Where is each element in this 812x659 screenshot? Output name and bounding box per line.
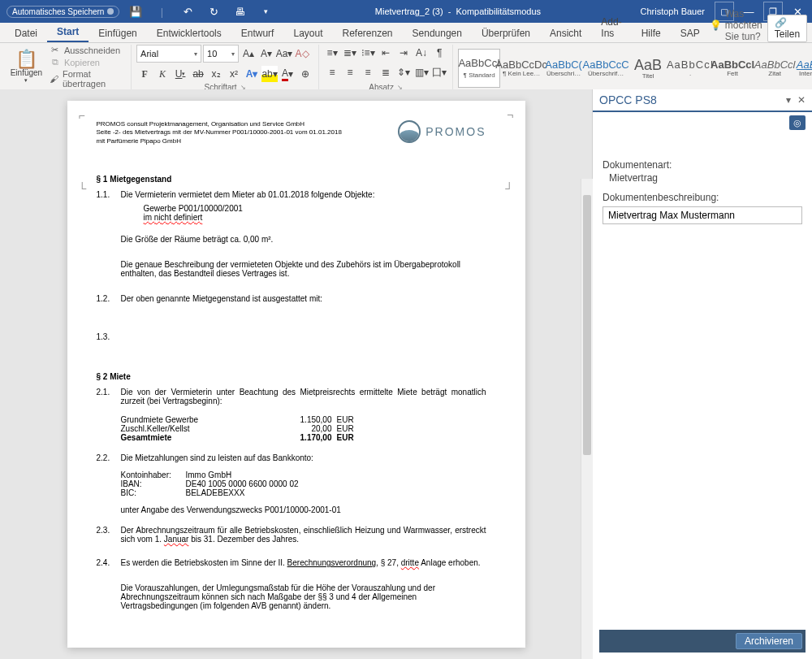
strikethrough-icon[interactable]: ab	[190, 66, 206, 82]
clear-formatting-icon[interactable]: A◇	[294, 46, 310, 62]
style-noblank[interactable]: AaBbCcDc¶ Kein Lee…	[500, 49, 542, 88]
shading-icon[interactable]: ▥▾	[413, 64, 430, 80]
clipboard-icon: 📋	[15, 50, 37, 68]
ribbon-tabs: Datei Start Einfügen Entwicklertools Ent…	[0, 23, 812, 43]
opcc-sidepane: OPCC PS8 ▾✕ ◎ Dokumentenart: Mietvertrag…	[592, 89, 812, 659]
style-dot[interactable]: AaBbCcI.	[669, 49, 711, 88]
tab-start[interactable]: Start	[47, 23, 89, 42]
tab-hilfe[interactable]: Hilfe	[632, 24, 671, 42]
group-paragraph: ≡▾ ≣▾ ⁝≡▾ ⇤ ⇥ A↓ ¶ ≡ ≡ ≡ ≣ ⇕▾ ▥▾ 囗▾ Absa…	[319, 45, 453, 92]
multilevel-list-icon[interactable]: ⁝≡▾	[360, 45, 376, 61]
bullets-icon[interactable]: ≡▾	[324, 45, 340, 61]
document-area[interactable]: ⌐ ¬ └ ┘ PROMOS consult Projektmanagement…	[0, 89, 592, 659]
borders-icon[interactable]: 囗▾	[431, 64, 447, 80]
align-center-icon[interactable]: ≡	[342, 64, 358, 80]
tab-datei[interactable]: Datei	[5, 24, 47, 42]
sidepane-badge-icon[interactable]: ◎	[789, 115, 806, 130]
dokart-label: Dokumentenart:	[603, 159, 802, 171]
user-name[interactable]: Christoph Bauer	[641, 7, 710, 16]
cut-button[interactable]: ✂Ausschneiden	[50, 45, 126, 55]
object-error: im nicht definiert	[144, 213, 486, 222]
logo-icon	[398, 120, 421, 143]
style-heading2[interactable]: AaBbCcCÜberschrif…	[585, 49, 627, 88]
share-button[interactable]: 🔗 Teilen	[767, 15, 807, 42]
font-color-icon[interactable]: A▾	[279, 66, 296, 82]
tab-sap[interactable]: SAP	[671, 24, 710, 42]
italic-icon[interactable]: K	[154, 66, 171, 82]
sidepane-title: OPCC PS8	[599, 93, 657, 106]
tab-ueberpruefen[interactable]: Überprüfen	[472, 24, 540, 42]
align-right-icon[interactable]: ≡	[360, 64, 376, 80]
tab-layout[interactable]: Layout	[283, 24, 332, 42]
tell-me-search[interactable]: 💡Was möchten Sie tun?	[710, 8, 762, 42]
brush-icon: 🖌	[50, 74, 59, 84]
scissors-icon: ✂	[50, 45, 61, 55]
divider: |	[152, 2, 171, 21]
tab-entwurf[interactable]: Entwurf	[231, 24, 284, 42]
dokbeschr-input[interactable]	[603, 206, 802, 224]
increase-indent-icon[interactable]: ⇥	[395, 45, 412, 61]
grow-font-icon[interactable]: A▴	[240, 46, 257, 62]
group-styles: AaBbCcI¶ Standard AaBbCcDc¶ Kein Lee… Aa…	[453, 45, 812, 92]
style-bold[interactable]: AaBbCclFett	[711, 49, 754, 88]
window-title: Mietvertrag_2 (3) ‑ Kompatibilitätsmodus	[275, 7, 640, 16]
autosave-toggle[interactable]: Automatisches Speichern	[6, 6, 119, 18]
document-page[interactable]: ⌐ ¬ └ ┘ PROMOS consult Projektmanagement…	[67, 101, 525, 648]
line-spacing-icon[interactable]: ⇕▾	[395, 64, 412, 80]
page-header-text: PROMOS consult Projektmanagement, Organi…	[97, 120, 342, 145]
dokart-value: Mietvertrag	[609, 172, 802, 184]
ribbon: 📋Einfügen▾ ✂Ausschneiden ⧉Kopieren 🖌Form…	[0, 43, 812, 94]
group-font: Arial▾ 10▾ A▴ A▾ Aa▾ A◇ F K U▾ ab x₂ x² …	[132, 45, 319, 92]
redo-icon[interactable]: ↻	[204, 2, 223, 21]
tab-addins[interactable]: Add-Ins	[591, 13, 631, 42]
superscript-icon[interactable]: x²	[226, 66, 242, 82]
undo-icon[interactable]: ↶	[178, 2, 197, 21]
tab-referenzen[interactable]: Referenzen	[332, 24, 402, 42]
tab-einfuegen[interactable]: Einfügen	[89, 24, 146, 42]
style-quote[interactable]: AaBbCclZitat	[754, 49, 796, 88]
section-2-title: § 2 Miete	[97, 372, 486, 381]
underline-icon[interactable]: U▾	[172, 66, 188, 82]
shrink-font-icon[interactable]: A▾	[258, 46, 274, 62]
promos-logo: PROMOS	[398, 120, 486, 143]
lightbulb-icon: 💡	[710, 20, 722, 31]
usage-purpose: unter Angabe des Verwendungszwecks P001/…	[121, 505, 486, 514]
paste-button[interactable]: 📋Einfügen▾	[8, 47, 45, 86]
style-standard[interactable]: AaBbCcI¶ Standard	[458, 49, 500, 88]
change-case-icon[interactable]: Aa▾	[276, 46, 292, 62]
customize-qat-icon[interactable]: ▾	[256, 2, 275, 21]
copy-button[interactable]: ⧉Kopieren	[50, 57, 126, 67]
sidepane-dropdown-icon[interactable]: ▾	[786, 94, 791, 106]
tab-ansicht[interactable]: Ansicht	[540, 24, 591, 42]
numbering-icon[interactable]: ≣▾	[342, 45, 358, 61]
sidepane-close-icon[interactable]: ✕	[797, 94, 806, 106]
tab-entwicklertools[interactable]: Entwicklertools	[147, 24, 231, 42]
text-effects-icon[interactable]: A▾	[244, 66, 260, 82]
format-painter-button[interactable]: 🖌Format übertragen	[50, 69, 126, 89]
copy-icon: ⧉	[50, 57, 61, 67]
archive-button[interactable]: Archivieren	[736, 633, 802, 649]
justify-icon[interactable]: ≣	[378, 64, 394, 80]
subscript-icon[interactable]: x₂	[208, 66, 224, 82]
font-name-select[interactable]: Arial▾	[136, 45, 201, 63]
vertical-scrollbar[interactable]	[581, 179, 593, 659]
save-icon[interactable]: 💾	[126, 2, 145, 21]
scrollbar-thumb[interactable]	[583, 195, 591, 455]
section-1-title: § 1 Mietgegenstand	[97, 175, 486, 184]
highlight-icon[interactable]: ab▾	[261, 66, 278, 82]
align-left-icon[interactable]: ≡	[324, 64, 340, 80]
enclose-char-icon[interactable]: ⊕	[297, 66, 313, 82]
object-line: Gewerbe P001/10000/2001	[144, 204, 486, 213]
show-marks-icon[interactable]: ¶	[431, 45, 447, 61]
sort-icon[interactable]: A↓	[413, 45, 430, 61]
style-title[interactable]: AaBTitel	[627, 49, 669, 88]
print-icon[interactable]: 🖶	[230, 2, 249, 21]
title-bar: Automatisches Speichern 💾 | ↶ ↻ 🖶 ▾ Miet…	[0, 0, 812, 23]
style-intense[interactable]: AaBbCclIntensives…	[796, 49, 812, 88]
bold-icon[interactable]: F	[136, 66, 153, 82]
tab-sendungen[interactable]: Sendungen	[403, 24, 472, 42]
decrease-indent-icon[interactable]: ⇤	[378, 45, 394, 61]
dokbeschr-label: Dokumentenbeschreibung:	[603, 192, 802, 203]
font-size-select[interactable]: 10▾	[203, 45, 239, 63]
style-heading1[interactable]: AaBbC(Überschri…	[542, 49, 585, 88]
